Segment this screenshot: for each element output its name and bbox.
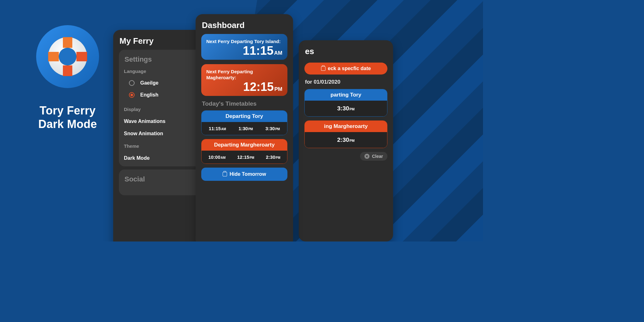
dashboard-title: Dashboard	[201, 20, 287, 34]
hide-tomorrow-label: Hide Tomorrow	[230, 171, 266, 177]
social-section: Social	[124, 174, 203, 186]
display-label: Display	[124, 107, 203, 112]
lang-english-label: English	[140, 92, 158, 98]
wave-label: Wave Animations	[124, 119, 165, 124]
lang-gaeilge-label: Gaeilge	[140, 80, 158, 86]
today-magh-card: Departing Margheroarty 10:00AM 12:15PM 2…	[201, 139, 287, 164]
tt-tory-card: parting Tory 3:30PM	[304, 89, 387, 117]
brand-title-line1: Tory Ferry	[27, 104, 108, 117]
dashboard-card: Dashboard Next Ferry Departing Tory Isla…	[196, 14, 293, 242]
next-magh-time: 12:15PM	[206, 81, 282, 93]
next-magh-label: Next Ferry Departing Magheroarty:	[206, 69, 282, 81]
next-tory-time: 11:15AM	[206, 45, 282, 57]
hide-tomorrow-button[interactable]: Hide Tomorrow	[201, 168, 287, 181]
snow-toggle-row[interactable]: Snow Animation	[124, 128, 203, 140]
brand-title-line2: Dark Mode	[27, 117, 108, 131]
clear-label: Clear	[372, 154, 383, 159]
theme-label: Theme	[124, 143, 203, 149]
brand-title: Tory Ferry Dark Mode	[27, 104, 108, 131]
settings-title: My Ferry	[119, 36, 208, 50]
settings-section: Settings	[124, 54, 203, 66]
next-tory-card[interactable]: Next Ferry Departing Tory Island: 11:15A…	[201, 34, 287, 60]
darkmode-toggle-row[interactable]: Dark Mode	[124, 152, 203, 164]
today-magh-head: Departing Margheroarty	[202, 139, 287, 151]
tt-magh-head: ing Margheroarty	[305, 121, 387, 132]
wave-toggle-row[interactable]: Wave Animations	[124, 115, 203, 128]
timetables-card: es eck a specfic date for 01/01/2020 par…	[299, 40, 393, 242]
lang-english-row[interactable]: English	[124, 89, 203, 101]
for-date-label: for 01/01/2020	[305, 79, 387, 85]
calendar-icon	[223, 172, 227, 176]
today-tory-card: Departing Tory 11:15AM 1:30PM 3:30PM	[201, 110, 287, 135]
close-icon: ✕	[364, 154, 369, 159]
check-date-label: eck a specfic date	[328, 66, 371, 71]
lang-gaeilge-row[interactable]: Gaeilge	[124, 77, 203, 89]
tt-magh-time: 2:30PM	[305, 132, 387, 148]
today-magh-times: 10:00AM 12:15PM 2:30PM	[202, 151, 287, 164]
language-label: Language	[124, 69, 203, 74]
today-heading: Today's Timetables	[202, 100, 287, 107]
calendar-icon	[321, 66, 325, 71]
clear-button[interactable]: ✕ Clear	[360, 152, 387, 161]
radio-selected-icon	[129, 92, 135, 98]
darkmode-label: Dark Mode	[124, 155, 150, 161]
tt-tory-time: 3:30PM	[305, 101, 387, 116]
social-inner: Social	[119, 169, 208, 195]
timetables-title: es	[304, 46, 387, 60]
snow-label: Snow Animation	[124, 131, 163, 136]
brand-block: Tory Ferry Dark Mode	[27, 25, 108, 131]
lifebuoy-icon	[36, 25, 99, 88]
settings-inner: Settings Language Gaeilge English Displa…	[119, 50, 208, 166]
tt-magh-card: ing Margheroarty 2:30PM	[304, 120, 387, 148]
radio-unselected-icon	[129, 80, 135, 86]
today-tory-times: 11:15AM 1:30PM 3:30PM	[202, 122, 287, 135]
today-tory-head: Departing Tory	[202, 111, 287, 122]
tt-tory-head: parting Tory	[305, 89, 387, 101]
check-date-button[interactable]: eck a specfic date	[304, 63, 387, 75]
next-magh-card[interactable]: Next Ferry Departing Magheroarty: 12:15P…	[201, 64, 287, 96]
